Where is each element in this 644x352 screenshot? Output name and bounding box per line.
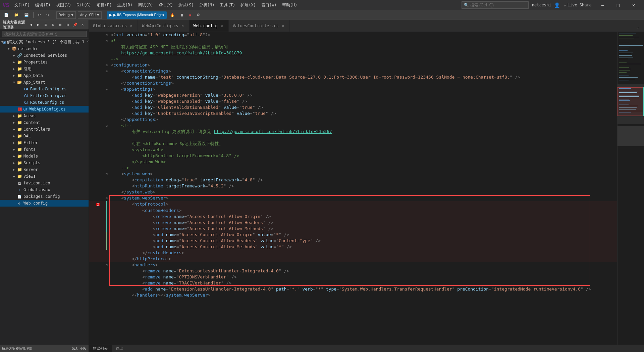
errors-tab[interactable]: 错误列表 <box>89 345 112 352</box>
fold-icon[interactable]: ⊟ <box>106 62 107 68</box>
project-item[interactable]: ▼ 📦 netceshi <box>0 45 89 52</box>
fold-icon[interactable]: ⊟ <box>106 262 107 268</box>
line-badge: 2 <box>96 203 100 206</box>
fold-icon[interactable]: ⊟ <box>106 123 107 129</box>
maximize-button[interactable]: □ <box>610 0 626 10</box>
sidebar-footer-label: 解决方案资源管理器 <box>2 346 32 351</box>
sidebar-collapse-button[interactable]: ⊟ <box>64 21 71 28</box>
minimap[interactable] <box>617 32 644 345</box>
sidebar-item-filter[interactable]: ▶ 📁 Filter <box>0 139 89 146</box>
menu-xml[interactable]: XML(X) <box>156 0 176 10</box>
new-file-button[interactable]: 📄 <box>2 11 11 19</box>
fold-icon[interactable]: ⊟ <box>106 32 107 38</box>
open-button[interactable]: 📁 <box>12 11 21 19</box>
code-editor[interactable]: ⊟ <?xml version="1.0" encoding="utf-8"?>… <box>89 32 617 345</box>
sidebar-forward-button[interactable]: ▶ <box>35 21 42 28</box>
pin-button[interactable]: 📌 <box>72 21 78 28</box>
sidebar-item-dal[interactable]: ▶ 📁 DAL <box>0 133 89 139</box>
close-tab-icon[interactable]: ✕ <box>180 24 185 28</box>
sidebar-git-label[interactable]: Git 更改 <box>72 346 87 351</box>
undo-button[interactable]: ↩ <box>36 11 43 19</box>
menu-edit[interactable]: 编辑(E) <box>33 0 53 10</box>
menu-help[interactable]: 帮助(H) <box>279 0 300 10</box>
sidebar-item-content[interactable]: ▶ 📁 Content <box>0 119 89 126</box>
close-tab-icon[interactable]: ✕ <box>220 24 224 28</box>
save-button[interactable]: 💾 <box>22 11 31 19</box>
code-line: <httpRuntime targetFramework="4.5.2" /> <box>89 183 617 189</box>
properties-label: Properties <box>23 60 48 64</box>
solution-root-item[interactable]: ▼ ▣ 解决方案 'netceshi' (1 个项目，共 1 个) <box>0 39 89 45</box>
filter-icon: 📁 <box>17 140 22 145</box>
fold-icon[interactable]: ⊟ <box>106 86 107 92</box>
debug-config-dropdown[interactable]: Debug ▼ <box>56 11 76 19</box>
menu-project[interactable]: 项目(P) <box>94 0 115 10</box>
sidebar-refresh-button[interactable]: ↻ <box>50 21 56 28</box>
sidebar-item-areas[interactable]: ▶ 📁 Areas <box>0 113 89 119</box>
line-content: <customHeaders> <box>109 208 617 214</box>
search-bar[interactable]: 🔍 <box>462 1 529 9</box>
sidebar-properties-button[interactable]: ≡ <box>42 21 49 28</box>
fold-icon[interactable]: ⊟ <box>106 171 107 177</box>
close-button[interactable]: ✕ <box>626 0 641 10</box>
platform-dropdown[interactable]: Any CPU ▼ <box>78 11 102 19</box>
sidebar-item-models[interactable]: ▶ 📁 Models <box>0 153 89 160</box>
toolbar: 📄 📁 💾 ↩ ↪ Debug ▼ Any CPU ▼ ▶ ▶ IIS Expr… <box>0 10 644 20</box>
sidebar-item-properties[interactable]: ▶ 📁 Properties <box>0 59 89 65</box>
tab-webapi-config[interactable]: WebApiConfig.cs ✕ <box>138 20 189 32</box>
sidebar-back-button[interactable]: ◀ <box>28 21 34 28</box>
sidebar-item-bundle-config[interactable]: C# BundleConfig.cs <box>0 86 89 92</box>
sidebar-search-input[interactable] <box>2 31 87 37</box>
menu-extensions[interactable]: 扩展(X) <box>238 0 259 10</box>
sidebar-item-packages-config[interactable]: 📄 packages.config <box>0 193 89 200</box>
fold-icon[interactable]: ⊟ <box>106 38 107 44</box>
tab-web-config[interactable]: Web.config ✕ <box>190 20 229 32</box>
menu-test[interactable]: 测试(S) <box>176 0 197 10</box>
sidebar-item-scripts[interactable]: ▶ 📁 Scripts <box>0 160 89 166</box>
settings-button[interactable]: ⚙ <box>195 11 202 19</box>
sidebar-item-server[interactable]: ▶ 📁 Server <box>0 166 89 173</box>
redo-button[interactable]: ↪ <box>44 11 51 19</box>
stop-button[interactable]: ■ <box>187 11 194 19</box>
live-share-button[interactable]: ↗ Live Share <box>564 3 592 7</box>
fold-icon[interactable]: ⊟ <box>106 195 107 201</box>
tab-values-controller[interactable]: ValuesController.cs ✕ <box>229 20 290 32</box>
sidebar-close-button[interactable]: ✕ <box>79 21 86 28</box>
sidebar-item-app-start[interactable]: ▼ 📂 App_Start <box>0 79 89 86</box>
pause-button[interactable]: ⏸ <box>178 11 186 19</box>
line-content: <add key="ClientValidationEnabled" value… <box>109 104 617 111</box>
sidebar-item-web-config[interactable]: ⚙ Web.config <box>0 200 89 207</box>
sidebar-item-filter-config[interactable]: C# FilterConfig.cs <box>0 92 89 99</box>
sidebar-item-references[interactable]: ▶ 📁 引用 <box>0 65 89 72</box>
hot-reload-button[interactable]: 🔥 <box>168 11 177 19</box>
output-tab[interactable]: 输出 <box>112 345 127 352</box>
line-content: </system.web> <box>109 189 617 195</box>
minimize-button[interactable]: — <box>595 0 610 10</box>
tab-global-asax[interactable]: Global.asax.cs ✕ <box>89 20 138 32</box>
menu-window[interactable]: 窗口(W) <box>259 0 279 10</box>
sidebar-item-views[interactable]: ▶ 📁 Views <box>0 173 89 180</box>
sidebar-item-app-data[interactable]: ▶ 📁 App_Data <box>0 72 89 79</box>
menu-git[interactable]: Git(G) <box>74 0 94 10</box>
sidebar-item-global-asax[interactable]: ⚡ Global.asax <box>0 186 89 193</box>
menu-debug[interactable]: 调试(D) <box>135 0 156 10</box>
menu-analyze[interactable]: 分析(N) <box>197 0 217 10</box>
sidebar-filter-button[interactable]: ⊞ <box>57 21 64 28</box>
run-button[interactable]: ▶ ▶ IIS Express (Microsoft Edge) <box>107 11 167 19</box>
close-tab-icon[interactable]: ✕ <box>129 24 133 28</box>
search-input[interactable] <box>470 3 526 7</box>
sidebar-item-webapi-config[interactable]: 1 C# WebApiConfig.cs <box>0 106 89 113</box>
fold-icon[interactable]: ⊟ <box>106 68 107 74</box>
sidebar-item-favicon[interactable]: 🖼 favicon.ico <box>0 180 89 186</box>
close-tab-icon[interactable]: ✕ <box>281 24 285 28</box>
add-tab-button[interactable]: + <box>635 25 641 32</box>
sidebar-item-route-config[interactable]: C# RouteConfig.cs <box>0 99 89 106</box>
code-line: </system.Web> <box>89 159 617 165</box>
menu-tools[interactable]: 工具(T) <box>217 0 238 10</box>
line-number <box>89 214 104 220</box>
sidebar-item-controllers[interactable]: ▶ 📁 Controllers <box>0 126 89 133</box>
sidebar-item-connected-services[interactable]: ▶ 🔗 Connected Services <box>0 52 89 59</box>
menu-view[interactable]: 视图(V) <box>53 0 74 10</box>
menu-file[interactable]: 文件(F) <box>12 0 33 10</box>
sidebar-item-fonts[interactable]: ▶ 📁 fonts <box>0 146 89 153</box>
menu-build[interactable]: 生成(B) <box>114 0 135 10</box>
